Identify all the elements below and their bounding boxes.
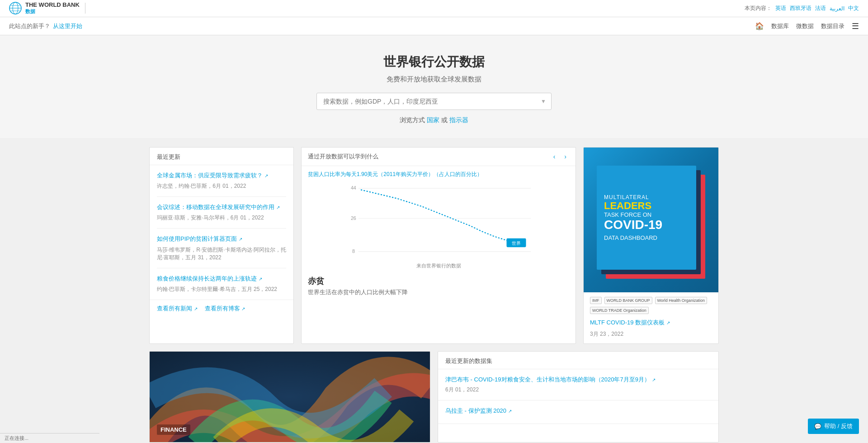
lang-zh[interactable]: 中文 [848,5,859,12]
main-nav: 🏠 数据库 微数据 数据目录 ☰ [755,21,859,31]
feedback-button[interactable]: 💬 帮助 / 反馈 [808,419,859,434]
news-ext-icon: ↗ [194,306,198,311]
covid-data-dashboard: DATA DASHBOARD [604,234,657,241]
org-logo-who: World Health Organization [655,297,707,304]
nav-divider [85,3,85,14]
finance-text-overlay: FINANCE [157,424,190,435]
chart-card: 通过开放数据可以学到什么 ‹ › 贫困人口比率为每天1.90美元（2011年购买… [301,147,576,344]
covid-link-area: MLTF COVID-19 数据仪表板 ↗ [584,317,718,329]
start-link[interactable]: 从这里开始 [53,22,82,30]
nav-catalog[interactable]: 数据目录 [821,22,844,30]
search-dropdown-icon[interactable]: ▼ [541,98,546,105]
nav-database[interactable]: 数据库 [771,22,789,30]
chart-poverty-title: 赤贫 [302,272,576,288]
finance-card: FINANCE [149,351,430,443]
browse-text: 浏览方式 国家 或 指示器 [9,116,859,124]
dataset-ext-icon-1: ↗ [652,377,656,382]
dataset-item-2: 乌拉圭 - 保护监测 2020 ↗ [438,400,718,424]
new-user-area: 此站点的新手？ 从这里开始 [9,22,82,30]
update-meta-3: 马莎·维韦罗斯，R·安德烈斯·卡斯塔内达·阿冈拉尔，托尼·富耶斯，五月 31，2… [157,246,286,262]
datasets-card: 最近更新的数据集 津巴布韦 - COVID-19对粮食安全、生计和当地市场的影响… [438,351,719,443]
chart-nav: ‹ › [551,152,569,161]
card-footer: 查看所有新闻 ↗ 查看所有博客 ↗ [150,300,293,317]
covid-date: 3月 23，2022 [584,329,718,343]
covid-image-area: MULTILATERAL LEADERS TASK FORCE ON COVID… [584,148,718,292]
all-blogs-link[interactable]: 查看所有博客 ↗ [205,305,245,313]
update-item-4: 粮食价格继续保持长达两年的上涨轨迹 ↗ 约翰·巴菲斯，卡尔特里爾·希马吉，五月 … [157,268,286,300]
svg-text:8: 8 [352,248,355,254]
covid-card-main: MULTILATERAL LEADERS TASK FORCE ON COVID… [597,166,696,270]
latest-updates-card: 最近更新 全球金属市场：供应受限导致需求疲软？ ↗ 许志坚，约翰·巴菲斯，6月 … [149,147,294,344]
feedback-label: 帮助 / 反馈 [824,422,853,430]
update-meta-1: 许志坚，约翰·巴菲斯，6月 01，2022 [157,182,286,190]
covid-stacked-cards: MULTILATERAL LEADERS TASK FORCE ON COVID… [597,161,705,279]
dataset-ext-icon-2: ↗ [508,409,512,414]
blogs-ext-icon: ↗ [241,306,245,311]
status-text: 正在连接... [5,435,28,441]
org-logo-imf: IMF [590,297,602,304]
svg-text:26: 26 [351,215,356,221]
feedback-icon: 💬 [814,423,821,430]
lang-es[interactable]: 西班牙语 [790,5,811,12]
update-title-3[interactable]: 如何使用PIP的贫困计算器页面 ↗ [157,235,286,243]
lang-ar[interactable]: العربية [830,5,844,12]
finance-svg [150,352,430,442]
lang-fr[interactable]: 法语 [815,5,826,12]
chart-prev-btn[interactable]: ‹ [551,152,558,161]
globe-icon [9,2,22,14]
external-link-icon-3: ↗ [239,237,242,242]
covid-ext-icon: ↗ [666,320,670,325]
nav-microdata[interactable]: 微数据 [796,22,814,30]
home-icon[interactable]: 🏠 [755,22,764,30]
chart-section-header: 通过开放数据可以学到什么 [308,152,378,161]
update-meta-4: 约翰·巴菲斯，卡尔特里爾·希马吉，五月 25，2022 [157,286,286,293]
hero-title: 世界银行公开数据 [9,53,859,71]
update-title-4[interactable]: 粮食价格继续保持长达两年的上涨轨迹 ↗ [157,275,286,283]
chart-source: 来自世界银行的数据 [302,262,576,272]
content-grid: 最近更新 全球金属市场：供应受限导致需求疲软？ ↗ 许志坚，约翰·巴菲斯，6月 … [149,147,719,344]
dataset-item-1: 津巴布韦 - COVID-19对粮食安全、生计和当地市场的影响（2020年7月至… [438,369,718,400]
dataset-title-1[interactable]: 津巴布韦 - COVID-19对粮食安全、生计和当地市场的影响（2020年7月至… [445,376,711,384]
chart-title: 贫困人口比率为每天1.90美元（2011年购买力平价）（占人口的百分比） [302,166,576,181]
svg-text:44: 44 [351,185,356,191]
dataset-title-2[interactable]: 乌拉圭 - 保护监测 2020 ↗ [445,407,711,415]
browse-country-link[interactable]: 国家 [427,116,439,124]
update-item-1: 全球金属市场：供应受限导致需求疲软？ ↗ 许志坚，约翰·巴菲斯，6月 01，20… [157,165,286,197]
all-news-link[interactable]: 查看所有新闻 ↗ [157,305,198,313]
world-bank-logo[interactable]: THE WORLD BANK 数据 [9,2,80,15]
covid-dashboard-link[interactable]: MLTF COVID-19 数据仪表板 ↗ [590,319,670,326]
bank-name: THE WORLD BANK [25,2,80,8]
update-meta-2: 玛丽亚·琼斯，安雅·马尔琴科，6月 01，2022 [157,214,286,222]
chart-next-btn[interactable]: › [561,152,569,161]
covid-taskforce: TASK FORCE ON [604,211,651,218]
logo-area: THE WORLD BANK 数据 [9,2,85,15]
finance-image[interactable]: FINANCE [150,352,430,442]
browse-indicator-link[interactable]: 指示器 [449,116,468,124]
chart-poverty-desc: 世界生活在赤贫中的人口比例大幅下降 [302,288,576,302]
new-user-label: 此站点的新手？ [9,22,50,30]
org-logo-wto: WORLD TRADE Organization [590,307,649,314]
bank-name-block: THE WORLD BANK 数据 [25,2,80,15]
search-input[interactable] [316,93,552,110]
hero-subtitle: 免费和开放地获取全球发展数据 [9,75,859,84]
second-nav: 此站点的新手？ 从这里开始 🏠 数据库 微数据 数据目录 ☰ [0,17,868,35]
update-item-2: 会议综述：移动数据在全球发展研究中的作用 ↗ 玛丽亚·琼斯，安雅·马尔琴科，6月… [157,197,286,229]
bottom-grid: FINANCE 最近更新的数据集 津巴布韦 - COVID-19对粮食安全、生计… [149,351,719,443]
page-content-label: 本页内容： [745,5,772,12]
update-item-3: 如何使用PIP的贫困计算器页面 ↗ 马莎·维韦罗斯，R·安德烈斯·卡斯塔内达·阿… [157,229,286,268]
update-title-2[interactable]: 会议综述：移动数据在全球发展研究中的作用 ↗ [157,203,286,211]
lang-en[interactable]: 英语 [775,5,786,12]
top-nav: THE WORLD BANK 数据 本页内容： 英语 西班牙语 法语 العرب… [0,0,868,17]
main-content: 最近更新 全球金属市场：供应受限导致需求疲软？ ↗ 许志坚，约翰·巴菲斯，6月 … [140,138,728,443]
hamburger-menu-icon[interactable]: ☰ [852,21,859,31]
chart-svg: 44 26 8 世界 [308,181,569,259]
hero-section: 世界银行公开数据 免费和开放地获取全球发展数据 ▼ 浏览方式 国家 或 指示器 [0,35,868,138]
covid-leaders: LEADERS [604,200,651,211]
external-link-icon-1: ↗ [264,173,268,178]
covid-multilateral: MULTILATERAL [604,194,649,200]
language-nav: 本页内容： 英语 西班牙语 法语 العربية 中文 [745,5,859,12]
bank-subtitle: 数据 [25,8,80,15]
update-title-1[interactable]: 全球金属市场：供应受限导致需求疲软？ ↗ [157,171,286,180]
updates-scroll[interactable]: 全球金属市场：供应受限导致需求疲软？ ↗ 许志坚，约翰·巴菲斯，6月 01，20… [150,165,293,300]
chart-area: 44 26 8 世界 [302,181,576,262]
